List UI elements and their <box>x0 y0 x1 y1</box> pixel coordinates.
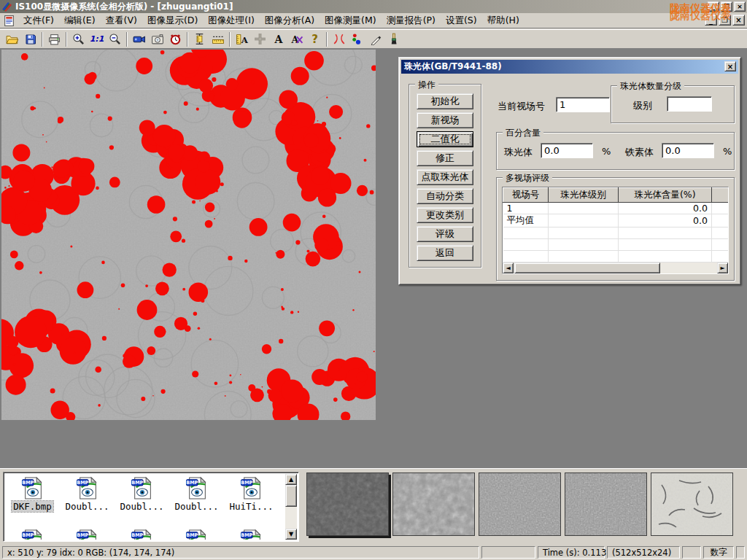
menu-help[interactable]: 帮助(H) <box>482 13 525 28</box>
help-button[interactable]: ? <box>306 31 324 48</box>
actual-size-button[interactable]: 1:1 <box>88 31 106 48</box>
binarize-button[interactable]: 二值化 <box>417 131 473 147</box>
svg-text:A: A <box>290 34 298 45</box>
grade-label: 级别 <box>633 99 652 112</box>
window-minimize-button[interactable]: _ <box>708 1 719 12</box>
file-item[interactable]: BMP DKF.bmp <box>5 474 60 512</box>
file-item[interactable]: BMP Doubl... <box>60 474 115 512</box>
change-class-button[interactable]: 更改类别 <box>417 207 473 223</box>
menu-image-display[interactable]: 图像显示(D) <box>142 13 203 28</box>
text-tool-icon: A <box>273 34 285 45</box>
file-item[interactable]: BMP Doubl... <box>169 474 224 512</box>
col-pearlite-content[interactable]: 珠光体含量(%) <box>619 188 712 203</box>
percent-group: 百分含量 珠光体 % 铁素体 % <box>496 132 735 170</box>
file-item[interactable]: BMP Doubl... <box>115 474 169 512</box>
menu-image-process[interactable]: 图像处理(I) <box>203 13 259 28</box>
mdi-close-button[interactable]: × <box>732 15 745 26</box>
menu-settings[interactable]: 设置(S) <box>441 13 482 28</box>
scroll-up-icon[interactable]: ▲ <box>285 474 297 485</box>
window-close-button[interactable]: × <box>734 1 746 12</box>
col-ferrite-content[interactable]: 铁素体含量(%) <box>712 188 729 203</box>
move-tool-button[interactable] <box>251 31 269 48</box>
thumbnail-5[interactable] <box>651 472 733 536</box>
menu-measure-report[interactable]: 测量报告(P) <box>382 13 441 28</box>
col-pearlite-grade[interactable]: 珠光体级别 <box>549 188 619 203</box>
ferrite-percent-input[interactable] <box>662 143 714 158</box>
grade-input[interactable] <box>667 96 712 112</box>
scroll-left-icon[interactable]: ◄ <box>503 262 514 273</box>
return-button[interactable]: 返回 <box>417 245 473 261</box>
print-button[interactable] <box>45 31 63 48</box>
delete-text-icon: A <box>290 34 303 45</box>
micrograph-image[interactable] <box>1 50 376 420</box>
toolbar-separator <box>126 32 128 47</box>
rate-button[interactable]: 评级 <box>417 226 473 242</box>
scrollbar-thumb[interactable] <box>285 485 297 507</box>
zoom-in-button[interactable] <box>69 31 88 48</box>
svg-text:A: A <box>240 34 248 44</box>
thumbnail-1[interactable] <box>306 472 389 536</box>
thumbnail-4[interactable] <box>565 472 647 536</box>
zoom-out-icon <box>109 33 121 45</box>
table-row[interactable]: 10.0 <box>503 203 729 214</box>
dialog-close-button[interactable]: × <box>724 61 736 71</box>
file-name: Doubl... <box>173 501 220 512</box>
thumbnail-3[interactable] <box>479 472 561 536</box>
text-tool-button[interactable]: A <box>269 31 287 48</box>
timer-button[interactable] <box>166 31 185 48</box>
points-tool-button[interactable] <box>348 31 366 48</box>
scrollbar-track[interactable] <box>285 507 297 529</box>
file-item-partial[interactable]: BMP <box>169 526 224 540</box>
vertical-ruler-button[interactable] <box>190 31 209 48</box>
thumbnail-strip <box>306 472 733 536</box>
menu-image-analysis[interactable]: 图像分析(A) <box>260 13 320 28</box>
print-icon <box>48 34 61 45</box>
file-item-partial[interactable]: BMP <box>5 526 60 540</box>
pearlite-percent-input[interactable] <box>541 143 593 158</box>
brush-tool-button[interactable] <box>384 31 403 48</box>
scrollbar-track[interactable] <box>660 262 717 273</box>
init-button[interactable]: 初始化 <box>417 93 473 109</box>
table-row[interactable]: 平均值0.0 <box>503 214 729 228</box>
zoom-out-button[interactable] <box>106 31 124 48</box>
file-item-partial[interactable]: BMP <box>115 526 169 540</box>
scroll-right-icon[interactable]: ► <box>717 262 728 273</box>
new-field-button[interactable]: 新视场 <box>417 112 473 128</box>
correct-button[interactable]: 修正 <box>417 150 473 166</box>
capture-button[interactable] <box>148 31 166 48</box>
col-field-number[interactable]: 视场号 <box>503 188 549 203</box>
scrollbar-thumb[interactable] <box>514 262 660 273</box>
scroll-down-icon[interactable]: ▼ <box>285 529 297 540</box>
menu-view[interactable]: 查看(V) <box>101 13 142 28</box>
delete-text-button[interactable]: A <box>287 31 306 48</box>
horizontal-ruler-button[interactable] <box>209 31 227 48</box>
video-camera-button[interactable] <box>130 31 148 48</box>
ruler-text-button[interactable]: A <box>233 31 251 48</box>
current-field-input[interactable] <box>556 97 610 112</box>
file-list-scrollbar[interactable]: ▲ ▼ <box>285 474 297 540</box>
document-icon[interactable] <box>3 15 15 27</box>
file-item-partial[interactable]: BMP <box>60 526 115 540</box>
menu-image-measure[interactable]: 图像测量(M) <box>320 13 382 28</box>
menu-file[interactable]: 文件(F) <box>18 13 59 28</box>
auto-classify-button[interactable]: 自动分类 <box>417 188 473 204</box>
table-horizontal-scrollbar[interactable]: ◄ ► <box>503 262 728 273</box>
menu-edit[interactable]: 编辑(E) <box>59 13 101 28</box>
mdi-restore-button[interactable]: ❐ <box>719 15 731 26</box>
horizontal-ruler-icon <box>212 34 225 45</box>
bmp-file-icon: BMP <box>75 476 100 500</box>
pen-tool-button[interactable] <box>366 31 384 48</box>
open-file-button[interactable] <box>3 31 21 48</box>
dialog-body: 操作 初始化 新视场 二值化 修正 点取珠光体 自动分类 更改类别 评级 返回 … <box>401 74 738 282</box>
window-restore-button[interactable]: ❐ <box>721 1 732 12</box>
save-button[interactable] <box>21 31 39 48</box>
curve-tool-button[interactable] <box>330 31 348 48</box>
status-panel-empty <box>481 546 535 559</box>
file-item[interactable]: BMP HuiTi... <box>224 474 279 512</box>
dialog-title-bar[interactable]: 珠光体(GB/T9441-88) × <box>401 60 738 74</box>
file-item-partial[interactable]: BMP <box>224 526 279 540</box>
mdi-minimize-button[interactable]: _ <box>705 15 717 26</box>
pick-pearlite-button[interactable]: 点取珠光体 <box>417 169 473 185</box>
bmp-file-icon: BMP <box>130 529 155 540</box>
thumbnail-2[interactable] <box>392 472 475 536</box>
